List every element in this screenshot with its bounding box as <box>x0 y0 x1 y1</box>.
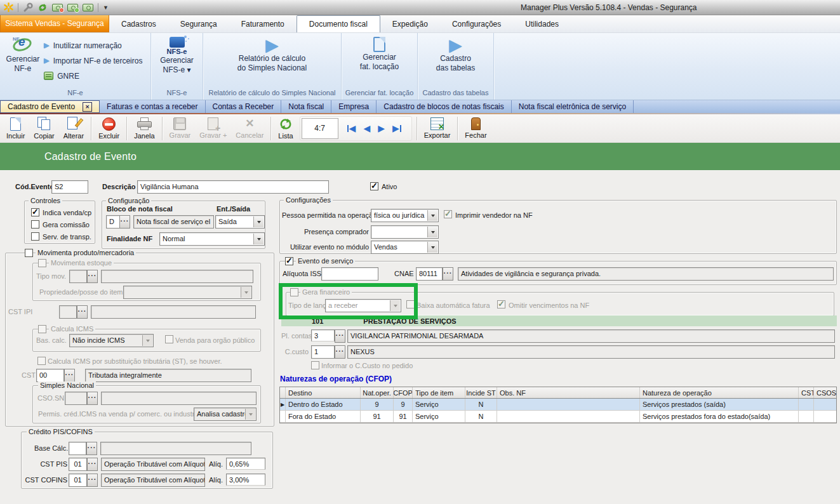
refresh-icon[interactable] <box>37 3 48 13</box>
venda-orgao-checkbox[interactable] <box>165 335 173 343</box>
c-custo-lookup-button[interactable] <box>335 345 345 359</box>
menu-tab-expedicao[interactable]: Expedição <box>380 15 440 32</box>
menu-tab-seguranca[interactable]: Segurança <box>168 15 229 32</box>
aliq-cofins-input[interactable]: 3,00% <box>226 474 265 486</box>
informar-ccusto-checkbox[interactable] <box>311 361 319 369</box>
presenca-comprador-dropdown[interactable] <box>371 225 439 239</box>
bas-calc-dropdown[interactable]: Não incide ICMS <box>69 334 154 347</box>
ativo-checkbox[interactable] <box>370 182 378 190</box>
doc-tab-cadastro-de-evento[interactable]: Cadastro de Evento <box>0 100 100 113</box>
nav-first-button[interactable]: ◀ <box>347 124 356 133</box>
nav-last-button[interactable]: ▶ <box>392 124 401 133</box>
alterar-button[interactable]: Alterar <box>59 116 88 142</box>
doc-tab-faturas[interactable]: Faturas e contas a receber <box>100 100 205 113</box>
menu-tab-utilidades[interactable]: Utilidades <box>513 15 571 32</box>
cst-ipi-input[interactable] <box>59 305 77 319</box>
header-cell[interactable]: Natureza de operação <box>640 387 799 398</box>
doc-tab-contas-a-receber[interactable]: Contas a Receber <box>206 100 282 113</box>
cst-lookup-button[interactable] <box>64 369 75 382</box>
gerenciar-fat-locacao-button[interactable]: Gerenciar fat. locação <box>357 35 402 73</box>
evento-servico-checkbox[interactable] <box>285 257 293 265</box>
header-cell[interactable]: Nat.oper. <box>361 387 394 398</box>
movimenta-produto-checkbox[interactable] <box>25 249 33 257</box>
wrench-icon[interactable] <box>23 3 33 13</box>
pl-contas-lookup-button[interactable] <box>335 329 345 343</box>
cst-pis-input[interactable]: 01 <box>69 458 87 471</box>
relatorio-simples-button[interactable]: ▶ Relatório de cálculo do Simples Nacion… <box>234 35 310 74</box>
lista-button[interactable]: Lista <box>274 116 297 142</box>
omitir-vencimentos-checkbox[interactable] <box>497 300 505 308</box>
header-cell[interactable]: CFOP <box>394 387 413 398</box>
descricao-input[interactable]: Vigilância Humana <box>137 180 329 194</box>
cfop-table-row[interactable]: Fora do Estado9191ServiçoNServiços prest… <box>280 411 836 423</box>
imprimir-vendedor-checkbox[interactable] <box>444 210 452 218</box>
invoice-icon[interactable] <box>83 4 93 11</box>
movimenta-estoque-checkbox[interactable] <box>38 259 46 267</box>
invoice-cancel-icon[interactable] <box>52 4 63 11</box>
header-cell[interactable]: Incide ST <box>465 387 497 398</box>
gravar-mais-button[interactable]: Gravar + <box>195 116 231 142</box>
tipo-mov-input[interactable] <box>69 270 87 283</box>
pl-contas-input[interactable]: 3 <box>311 329 335 342</box>
calcula-st-checkbox[interactable] <box>37 357 46 365</box>
cadastro-tabelas-button[interactable]: ▶ Cadastro das tabelas <box>433 35 478 74</box>
bloco-lookup-button[interactable] <box>119 215 130 229</box>
cnae-lookup-button[interactable] <box>443 267 453 281</box>
permis-dropdown[interactable]: Analisa cadastro <box>194 408 257 421</box>
indica-venda-checkbox[interactable] <box>31 208 39 216</box>
header-cell[interactable]: CST <box>799 387 814 398</box>
c-custo-input[interactable]: 1 <box>311 345 335 359</box>
cfop-table-row[interactable]: ▶Dentro do Estado99ServiçoNServiços pres… <box>280 399 836 411</box>
importar-nfe-button[interactable]: ▶Importar NF-e de terceiros <box>44 54 142 67</box>
doc-tab-empresa[interactable]: Empresa <box>331 100 377 113</box>
inutilizar-numeracao-button[interactable]: ▶Inutilizar numeração <box>44 39 142 52</box>
invoice-add-icon[interactable] <box>67 4 78 11</box>
nav-prev-button[interactable]: ◀ <box>363 124 370 133</box>
cso-sn-lookup-button[interactable] <box>87 392 98 405</box>
fechar-button[interactable]: Fechar <box>460 116 491 142</box>
cst-cofins-lookup-button[interactable] <box>87 474 98 487</box>
pessoa-permitida-dropdown[interactable]: física ou jurídica <box>371 209 439 222</box>
calcula-icms-checkbox[interactable] <box>38 325 46 333</box>
menu-tab-configuracoes[interactable]: Configurações <box>440 15 513 32</box>
copiar-button[interactable]: Copiar <box>29 116 58 142</box>
header-cell[interactable]: Destino <box>286 387 361 398</box>
gerenciar-nfe-button[interactable]: NFe Gerenciar NF-e <box>3 35 43 75</box>
gera-comissao-checkbox[interactable] <box>31 220 39 229</box>
ent-saida-dropdown[interactable]: Saída <box>215 215 265 229</box>
app-menu-button[interactable]: Sistema Vendas - Segurança <box>0 15 109 32</box>
close-tab-icon[interactable] <box>83 102 92 112</box>
cso-sn-input[interactable] <box>65 392 87 405</box>
cnae-input[interactable]: 80111 <box>416 267 443 281</box>
utilizar-modulo-dropdown[interactable]: Vendas <box>371 241 439 254</box>
incluir-button[interactable]: Incluir <box>2 116 29 142</box>
doc-tab-nfse[interactable]: Nota fiscal eletrônica de serviço <box>512 100 634 113</box>
excluir-button[interactable]: Excluir <box>94 116 124 142</box>
base-calc-lookup-button[interactable] <box>86 442 97 455</box>
gravar-button[interactable]: Gravar <box>165 116 196 142</box>
propriedade-dropdown[interactable] <box>123 286 252 299</box>
gnre-button[interactable]: GNRE <box>44 69 142 83</box>
serv-transp-checkbox[interactable] <box>31 232 39 241</box>
tipo-mov-lookup-button[interactable] <box>87 270 98 283</box>
doc-tab-nota-fiscal[interactable]: Nota fiscal <box>281 100 331 113</box>
qat-dropdown-icon[interactable]: ▼ <box>103 4 109 11</box>
bloco-input[interactable]: D <box>106 215 120 229</box>
menu-tab-cadastros[interactable]: Cadastros <box>109 15 168 32</box>
aliquota-iss-input[interactable] <box>321 267 378 281</box>
doc-tab-blocos-notas[interactable]: Cadastro de blocos de notas fiscais <box>377 100 511 113</box>
cod-evento-input[interactable]: S2 <box>51 180 88 194</box>
cst-input[interactable]: 00 <box>36 369 64 382</box>
menu-tab-documento-fiscal[interactable]: Documento fiscal <box>297 15 380 32</box>
cst-ipi-lookup-button[interactable] <box>77 305 88 319</box>
header-cell[interactable]: Tipo de item <box>413 387 465 398</box>
nav-next-button[interactable]: ▶ <box>378 124 385 133</box>
base-calc-input[interactable] <box>69 442 86 455</box>
finalidade-dropdown[interactable]: Normal <box>159 232 265 246</box>
header-cell[interactable]: CSOSN <box>814 387 836 398</box>
aliq-pis-input[interactable]: 0,65% <box>226 458 265 470</box>
cst-pis-lookup-button[interactable] <box>87 458 98 471</box>
janela-button[interactable]: Janela <box>130 116 159 142</box>
exportar-button[interactable]: Exportar <box>420 116 455 142</box>
cst-cofins-input[interactable]: 01 <box>69 474 87 487</box>
